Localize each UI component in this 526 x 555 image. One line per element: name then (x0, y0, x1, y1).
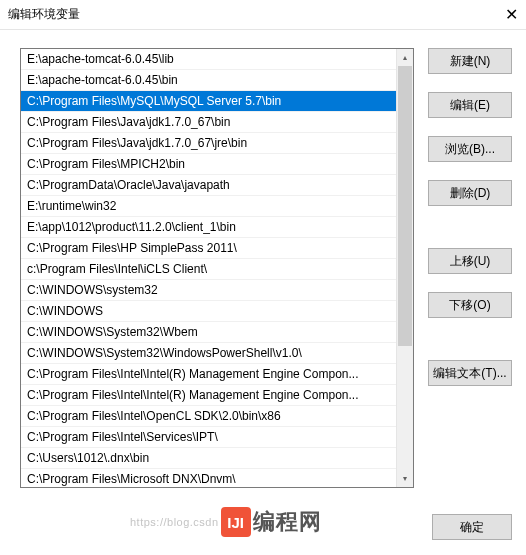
list-item[interactable]: E:\app\1012\product\11.2.0\client_1\bin (21, 217, 396, 238)
path-listbox[interactable]: E:\apache-tomcat-6.0.45\libE:\apache-tom… (20, 48, 414, 488)
list-item[interactable]: c:\Program Files\Intel\iCLS Client\ (21, 259, 396, 280)
edit-button[interactable]: 编辑(E) (428, 92, 512, 118)
list-item[interactable]: C:\Program Files\Intel\Intel(R) Manageme… (21, 364, 396, 385)
list-item[interactable]: E:\apache-tomcat-6.0.45\lib (21, 49, 396, 70)
close-icon[interactable]: ✕ (488, 5, 518, 24)
movedown-button[interactable]: 下移(O) (428, 292, 512, 318)
list-item[interactable]: C:\WINDOWS (21, 301, 396, 322)
list-item[interactable]: E:\runtime\win32 (21, 196, 396, 217)
list-item[interactable]: C:\Program Files\Intel\Services\IPT\ (21, 427, 396, 448)
titlebar: 编辑环境变量 ✕ (0, 0, 526, 30)
watermark-logo-icon: IJI (221, 507, 251, 537)
list-item[interactable]: C:\Program Files\Java\jdk1.7.0_67\bin (21, 112, 396, 133)
content-area: E:\apache-tomcat-6.0.45\libE:\apache-tom… (0, 30, 526, 498)
delete-button[interactable]: 删除(D) (428, 180, 512, 206)
edittext-button[interactable]: 编辑文本(T)... (428, 360, 512, 386)
list-item[interactable]: C:\ProgramData\Oracle\Java\javapath (21, 175, 396, 196)
scroll-up-icon[interactable]: ▴ (397, 49, 413, 66)
window-title: 编辑环境变量 (8, 6, 80, 23)
watermark: https://blog.csdn IJI 编程网 (130, 507, 322, 537)
list-item[interactable]: C:\Program Files\Intel\Intel(R) Manageme… (21, 385, 396, 406)
list-item[interactable]: C:\Program Files\Intel\OpenCL SDK\2.0\bi… (21, 406, 396, 427)
watermark-brand: 编程网 (253, 507, 322, 537)
scroll-thumb[interactable] (398, 66, 412, 346)
watermark-url: https://blog.csdn (130, 516, 219, 528)
list-inner: E:\apache-tomcat-6.0.45\libE:\apache-tom… (21, 49, 396, 487)
list-item[interactable]: C:\Program Files\Java\jdk1.7.0_67\jre\bi… (21, 133, 396, 154)
list-item[interactable]: C:\Users\1012\.dnx\bin (21, 448, 396, 469)
list-item[interactable]: C:\WINDOWS\System32\Wbem (21, 322, 396, 343)
moveup-button[interactable]: 上移(U) (428, 248, 512, 274)
browse-button[interactable]: 浏览(B)... (428, 136, 512, 162)
list-item[interactable]: E:\apache-tomcat-6.0.45\bin (21, 70, 396, 91)
list-item[interactable]: C:\Program Files\Microsoft DNX\Dnvm\ (21, 469, 396, 487)
scroll-down-icon[interactable]: ▾ (397, 470, 413, 487)
button-column: 新建(N) 编辑(E) 浏览(B)... 删除(D) 上移(U) 下移(O) 编… (428, 48, 512, 488)
list-item[interactable]: C:\WINDOWS\system32 (21, 280, 396, 301)
footer: 确定 (432, 514, 512, 540)
list-item[interactable]: C:\WINDOWS\System32\WindowsPowerShell\v1… (21, 343, 396, 364)
ok-button[interactable]: 确定 (432, 514, 512, 540)
list-item[interactable]: C:\Program Files\MySQL\MySQL Server 5.7\… (21, 91, 396, 112)
list-item[interactable]: C:\Program Files\MPICH2\bin (21, 154, 396, 175)
new-button[interactable]: 新建(N) (428, 48, 512, 74)
scrollbar[interactable]: ▴ ▾ (396, 49, 413, 487)
list-item[interactable]: C:\Program Files\HP SimplePass 2011\ (21, 238, 396, 259)
